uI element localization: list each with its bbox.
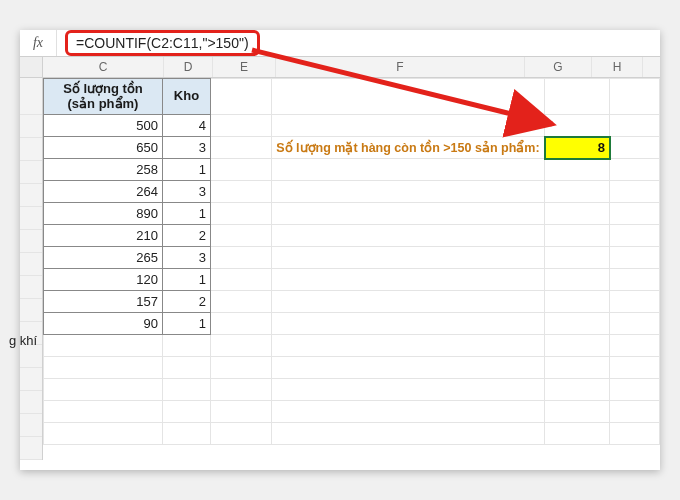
cell[interactable] — [272, 357, 545, 379]
row-header[interactable] — [20, 138, 42, 161]
row-header[interactable] — [20, 414, 42, 437]
row-header[interactable] — [20, 253, 42, 276]
cell[interactable] — [43, 335, 162, 357]
cell[interactable] — [545, 335, 610, 357]
cell-c8[interactable]: 265 — [43, 247, 162, 269]
cell-c11[interactable]: 90 — [43, 313, 162, 335]
cell[interactable] — [43, 401, 162, 423]
cell[interactable] — [210, 225, 271, 247]
cell[interactable] — [272, 159, 545, 181]
cell[interactable] — [610, 203, 660, 225]
col-header-e[interactable]: E — [213, 57, 276, 77]
cell[interactable] — [545, 313, 610, 335]
cell[interactable] — [163, 357, 211, 379]
cell[interactable] — [210, 379, 271, 401]
cell[interactable] — [545, 247, 610, 269]
col-header-f[interactable]: F — [276, 57, 525, 77]
cell[interactable] — [210, 79, 271, 115]
cell-d6[interactable]: 1 — [163, 203, 211, 225]
cell-c3[interactable]: 650 — [43, 137, 162, 159]
col-header-g[interactable]: G — [525, 57, 592, 77]
cell[interactable] — [545, 269, 610, 291]
cell[interactable] — [43, 379, 162, 401]
cell[interactable] — [272, 313, 545, 335]
cell-d2[interactable]: 4 — [163, 115, 211, 137]
cell-d10[interactable]: 2 — [163, 291, 211, 313]
cell[interactable] — [163, 401, 211, 423]
cell[interactable] — [210, 137, 271, 159]
row-header[interactable] — [20, 230, 42, 253]
cell[interactable] — [610, 269, 660, 291]
cell-d9[interactable]: 1 — [163, 269, 211, 291]
cell-c4[interactable]: 258 — [43, 159, 162, 181]
cell[interactable] — [163, 379, 211, 401]
row-header[interactable] — [20, 437, 42, 460]
row-header[interactable] — [20, 161, 42, 184]
cell[interactable] — [545, 159, 610, 181]
header-warehouse[interactable]: Kho — [163, 79, 211, 115]
cell-c6[interactable]: 890 — [43, 203, 162, 225]
cell[interactable] — [272, 247, 545, 269]
result-cell[interactable]: 8 — [545, 137, 610, 159]
cell[interactable] — [272, 291, 545, 313]
annotation-label[interactable]: Số lượng mặt hàng còn tồn >150 sản phẩm: — [272, 137, 545, 159]
cell[interactable] — [545, 225, 610, 247]
cell[interactable] — [272, 203, 545, 225]
spreadsheet-grid[interactable]: C D E F G H — [20, 57, 660, 460]
cell[interactable] — [163, 423, 211, 445]
cell[interactable] — [272, 269, 545, 291]
row-header[interactable] — [20, 368, 42, 391]
cell-c7[interactable]: 210 — [43, 225, 162, 247]
cell-d3[interactable]: 3 — [163, 137, 211, 159]
formula-input[interactable]: =COUNTIF(C2:C11,">150") — [65, 30, 260, 56]
cell-d5[interactable]: 3 — [163, 181, 211, 203]
header-quantity[interactable]: Số lượng tồn (sản phẩm) — [43, 79, 162, 115]
cell[interactable] — [210, 335, 271, 357]
row-header[interactable] — [20, 78, 42, 115]
cell[interactable] — [610, 181, 660, 203]
cell[interactable] — [545, 291, 610, 313]
col-header-d[interactable]: D — [164, 57, 213, 77]
row-header[interactable] — [20, 322, 42, 345]
cell-c2[interactable]: 500 — [43, 115, 162, 137]
cell[interactable] — [272, 401, 545, 423]
cell[interactable] — [210, 181, 271, 203]
cell[interactable] — [545, 181, 610, 203]
cell[interactable] — [272, 225, 545, 247]
cell[interactable] — [272, 423, 545, 445]
cell[interactable] — [610, 379, 660, 401]
cell[interactable] — [210, 423, 271, 445]
col-header-c[interactable]: C — [43, 57, 164, 77]
cell-d7[interactable]: 2 — [163, 225, 211, 247]
cell[interactable] — [545, 401, 610, 423]
cell[interactable] — [610, 335, 660, 357]
cell[interactable] — [610, 225, 660, 247]
row-header[interactable] — [20, 276, 42, 299]
cell-d8[interactable]: 3 — [163, 247, 211, 269]
cell[interactable] — [210, 159, 271, 181]
cell[interactable] — [545, 423, 610, 445]
cell[interactable] — [210, 357, 271, 379]
cell[interactable] — [210, 269, 271, 291]
cell[interactable] — [610, 79, 660, 115]
row-header[interactable] — [20, 345, 42, 368]
cell[interactable] — [545, 203, 610, 225]
cell-d4[interactable]: 1 — [163, 159, 211, 181]
cell[interactable] — [610, 291, 660, 313]
cell[interactable] — [272, 379, 545, 401]
cell[interactable] — [272, 335, 545, 357]
cell-c9[interactable]: 120 — [43, 269, 162, 291]
cell[interactable] — [610, 313, 660, 335]
cell[interactable] — [210, 203, 271, 225]
row-header[interactable] — [20, 115, 42, 138]
row-header[interactable] — [20, 299, 42, 322]
cell[interactable] — [545, 357, 610, 379]
row-header[interactable] — [20, 391, 42, 414]
cell[interactable] — [610, 159, 660, 181]
cell[interactable] — [210, 247, 271, 269]
cell[interactable] — [610, 137, 660, 159]
cell[interactable] — [610, 357, 660, 379]
cell[interactable] — [210, 313, 271, 335]
cell[interactable] — [545, 115, 610, 137]
cell[interactable] — [43, 357, 162, 379]
